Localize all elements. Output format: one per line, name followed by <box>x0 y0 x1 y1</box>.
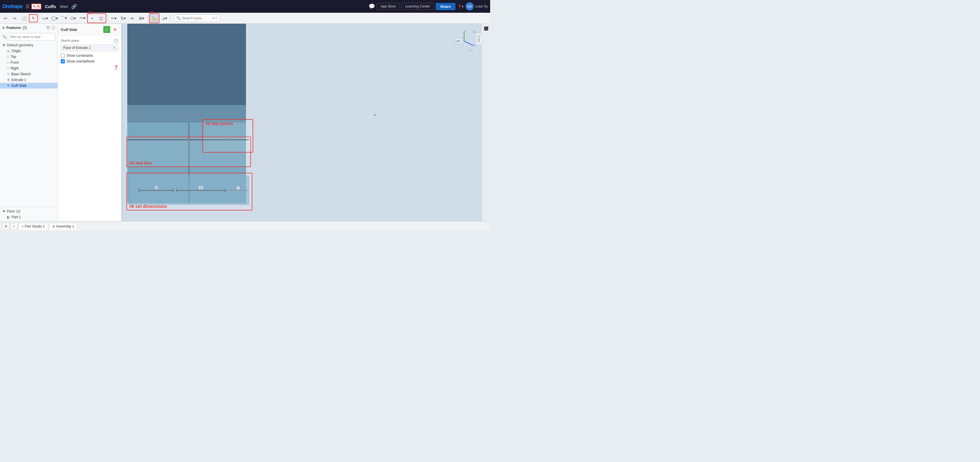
construction-button[interactable]: ◫ <box>97 14 105 22</box>
toolbar-separator-2 <box>108 15 108 21</box>
filter-input[interactable] <box>10 35 53 38</box>
tree-section-parts[interactable]: ▼ Parts (1) <box>0 209 57 214</box>
search-shortcut: alt C <box>212 16 218 20</box>
main-tab[interactable]: Main <box>60 4 68 9</box>
appstore-button[interactable]: App Store <box>377 3 399 10</box>
dimension-button[interactable]: 📐 <box>150 14 159 22</box>
sketch-cancel-button[interactable]: ✕ <box>111 26 118 33</box>
filter-icon[interactable]: ▽ <box>46 26 49 30</box>
chevron-icon: ▼ <box>2 43 6 47</box>
cross-cursor: + <box>374 113 376 118</box>
search-toolbar: 🔍 alt C <box>174 14 220 22</box>
sketch-line-button[interactable]: ✎ <box>29 14 38 22</box>
rect-button[interactable]: ▭▾ <box>41 14 49 22</box>
filter-row: 🔍 <box>0 32 57 42</box>
model-top-block <box>127 24 246 105</box>
history-icon[interactable]: 🕐 <box>51 26 55 30</box>
arc-button[interactable]: ⌒▾ <box>59 14 68 22</box>
tree-item-label: Right <box>11 66 19 70</box>
tab-assembly[interactable]: ⊞ Assembly 1 <box>49 223 77 229</box>
feature-tree: ▼ Default geometry ◎ Origin □ Top □ Fron… <box>0 42 57 207</box>
features-count: (7) <box>22 26 27 30</box>
mirror-button[interactable]: ⇔ <box>128 14 137 22</box>
tree-item-extrude-1[interactable]: ⬆ Extrude 1 <box>0 77 57 83</box>
svg-line-2 <box>464 41 473 45</box>
show-overdefined-label[interactable]: Show overdefined <box>67 59 94 64</box>
toolbar-separator-4 <box>170 15 170 21</box>
learning-center-button[interactable]: Learning Center <box>401 3 434 10</box>
parts-count: (1) <box>16 209 21 213</box>
tree-item-base-sketch[interactable]: ✎ Base Sketch <box>0 71 57 77</box>
tree-item-right[interactable]: □ Right <box>0 65 57 71</box>
undo-button[interactable]: ↩ <box>1 14 10 22</box>
panel-actions: ✓ ✕ <box>103 26 118 33</box>
tree-item-label: Cuff Side <box>11 84 27 88</box>
rs-box-icon[interactable]: ⬛ <box>483 25 490 32</box>
clock-icon[interactable]: 🕐 <box>113 38 118 43</box>
plane-icon: □ <box>7 61 9 64</box>
origin-icon: ◎ <box>7 49 10 53</box>
features-header: ≡ Features (7) ▽ 🕐 <box>0 24 57 32</box>
constrain-button[interactable]: ⊿▾ <box>160 14 169 22</box>
user-name: Luke Sy <box>476 4 488 8</box>
filter-input-wrap <box>8 33 55 40</box>
trim-button[interactable]: ✂▾ <box>109 14 118 22</box>
nav-cube[interactable]: Y Z Left ▶ 🛡▾ <box>453 30 476 53</box>
pattern-button[interactable]: ⊞▾ <box>137 14 146 22</box>
spline-button[interactable]: 〜▾ <box>78 14 86 22</box>
tree-item-top[interactable]: □ Top <box>0 54 57 60</box>
sketch-plane-label: Sketch plane <box>61 39 79 42</box>
show-constraints-checkbox[interactable] <box>61 54 65 57</box>
assembly-icon: ⊞ <box>52 225 55 228</box>
tree-item-origin[interactable]: ◎ Origin <box>0 48 57 54</box>
clear-plane-button[interactable]: ✕ <box>113 46 116 50</box>
point-button[interactable]: • <box>88 14 97 22</box>
sketch-panel: Cuff Side ✓ ✕ Sketch plane 🕐 Face of Ext… <box>58 24 121 221</box>
part-icon: ◧ <box>7 215 10 219</box>
redo-button[interactable]: ↪ <box>10 14 19 22</box>
tree-item-label: Base Sketch <box>11 72 31 76</box>
settings-button[interactable]: ⚙ <box>2 223 9 230</box>
add-tab-button[interactable]: + <box>10 223 18 230</box>
sketch-ok-button[interactable]: ✓ <box>103 26 110 33</box>
annotation-box-4: #4 two points <box>202 119 253 153</box>
tab-part-studio[interactable]: ≡ Part Studio 1 <box>19 223 48 229</box>
sketch-plane-field[interactable]: Face of Extrude 1 ✕ <box>61 44 118 51</box>
view-shield-icon[interactable]: 🛡▾ <box>468 49 473 52</box>
help-button[interactable]: ❓▾ <box>457 4 464 9</box>
sketch-panel-title: Cuff Side <box>61 27 77 32</box>
side-label: Side <box>477 34 482 44</box>
document-title: Cuffs <box>45 4 56 9</box>
left-panel: ≡ Features (7) ▽ 🕐 🔍 ▼ Default geometry … <box>0 24 58 221</box>
circle-button[interactable]: ◯▾ <box>50 14 59 22</box>
copy-button[interactable]: ⬜ <box>20 14 29 22</box>
sketch-panel-body: Sketch plane 🕐 Face of Extrude 1 ✕ Show … <box>58 36 121 73</box>
message-icon[interactable]: 💬 <box>369 3 375 10</box>
show-constraints-label[interactable]: Show constraints <box>67 54 93 57</box>
show-overdefined-checkbox[interactable] <box>61 59 65 64</box>
search-icon: 🔍 <box>176 16 181 20</box>
share-button[interactable]: Share <box>436 3 455 10</box>
model-area: Side 6 <box>121 24 482 221</box>
extrude-icon: ⬆ <box>7 78 10 82</box>
tree-item-front[interactable]: □ Front <box>0 60 57 65</box>
tree-item-label: Top <box>11 55 16 59</box>
tab-part-studio-label: Part Studio 1 <box>25 225 45 228</box>
tree-section-default-geometry[interactable]: ▼ Default geometry <box>0 42 57 48</box>
toolbar: ↩ ↪ ⬜ ✎ ▭▾ ◯▾ ⌒▾ ⬡▾ 〜▾ #3 • ◫ ✂▾ ⇅▾ ⇔ ⊞▾… <box>0 13 490 24</box>
tree-section-label: Default geometry <box>7 43 33 47</box>
tree-item-label: Origin <box>11 49 21 53</box>
help-icon[interactable]: ❓ <box>113 65 118 70</box>
show-constraints-row: Show constraints <box>61 54 118 57</box>
tree-item-cuff-side[interactable]: ✎ Cuff Side <box>0 83 57 89</box>
search-input[interactable] <box>182 16 211 20</box>
transform-button[interactable]: ⇅▾ <box>119 14 127 22</box>
tree-item-part-1[interactable]: ◧ Part 1 <box>0 214 57 220</box>
hamburger-menu[interactable]: ☰ <box>25 4 30 9</box>
tree-item-label: Extrude 1 <box>11 78 26 82</box>
user-avatar[interactable]: LS <box>466 2 474 10</box>
polygon-button[interactable]: ⬡▾ <box>68 14 77 22</box>
viewport[interactable]: Side 6 <box>121 24 482 221</box>
tree-item-label: Front <box>11 61 19 65</box>
onshape-logo: Onshape <box>2 3 22 10</box>
